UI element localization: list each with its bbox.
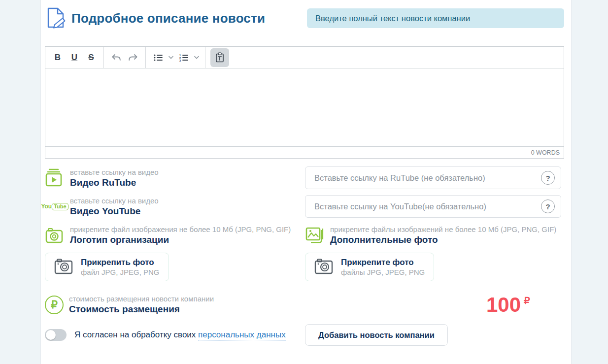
editor-status-bar: 0 WORDS <box>45 146 564 158</box>
attach-logo-sub: файл JPG, JPEG, PNG <box>81 267 160 277</box>
logo-sublabel: прикрепите файл изображения не более 10 … <box>70 225 291 234</box>
undo-icon[interactable] <box>108 49 125 66</box>
youtube-label: You Tube вставьте ссылку на видео Видео … <box>45 196 159 217</box>
youtube-logo-icon: You Tube <box>45 203 65 210</box>
upload-labels-row: прикрепите файл изображения не более 10 … <box>45 225 564 246</box>
toolbar-list-group: 1 2 3 <box>146 47 205 68</box>
toggle-knob <box>46 330 56 340</box>
redo-icon[interactable] <box>125 49 141 66</box>
editor-toolbar: B U S <box>45 47 564 68</box>
attach-photos-sub: файлы JPG, JPEG, PNG <box>341 267 425 277</box>
toolbar-history-group <box>104 47 146 68</box>
word-count: 0 WORDS <box>531 149 560 156</box>
bold-button[interactable]: B <box>49 49 66 66</box>
camera-icon <box>314 259 334 276</box>
editor-content-area[interactable] <box>45 68 564 146</box>
price-amount: 100 <box>486 295 521 315</box>
hint-badge: Введите полный текст новости компании <box>307 8 564 28</box>
news-form-card: Подробное описание новости Введите полны… <box>40 0 572 364</box>
photos-label: прикрепите файлы изображений не более 10… <box>305 225 556 246</box>
chevron-down-icon[interactable] <box>167 49 175 66</box>
logo-title: Логотип организации <box>70 234 291 246</box>
price-label: ₽ стоимость размещения новости компании … <box>45 294 214 315</box>
rutube-link-input[interactable] <box>305 166 561 189</box>
underline-button[interactable]: U <box>66 49 83 66</box>
camera-icon <box>54 259 74 276</box>
price-value: 100 ₽ <box>486 295 530 315</box>
chevron-down-icon[interactable] <box>192 49 201 66</box>
rutube-title: Видео RuTube <box>70 177 159 189</box>
price-currency: ₽ <box>524 296 530 305</box>
help-icon[interactable]: ? <box>541 171 555 185</box>
rutube-row: вставьте ссылку на видео Видео RuTube ? <box>45 166 564 189</box>
numbered-list-icon[interactable]: 1 2 3 <box>175 49 192 66</box>
consent-text: Я согласен на обработку своих персональн… <box>74 330 286 340</box>
help-icon[interactable]: ? <box>541 199 555 213</box>
attach-logo-button[interactable]: Прикрепить фото файл JPG, JPEG, PNG <box>45 253 169 281</box>
youtube-row: You Tube вставьте ссылку на видео Видео … <box>45 195 564 218</box>
attach-logo-title: Прикрепить фото <box>81 257 160 267</box>
ruble-icon: ₽ <box>45 296 64 314</box>
rutube-label: вставьте ссылку на видео Видео RuTube <box>45 167 159 189</box>
toolbar-format-group: B U S <box>45 47 104 68</box>
consent-toggle[interactable] <box>45 329 67 341</box>
youtube-link-input[interactable] <box>305 195 561 218</box>
youtube-title: Видео YouTube <box>70 205 159 217</box>
photos-title: Дополнительные фото <box>330 234 556 246</box>
bullet-list-icon[interactable] <box>150 49 167 66</box>
logo-label: прикрепите файл изображения не более 10 … <box>45 225 291 246</box>
price-row: ₽ стоимость размещения новости компании … <box>45 294 564 315</box>
paste-as-text-icon[interactable] <box>210 48 229 67</box>
personal-data-link[interactable]: персональных данных <box>198 330 286 340</box>
attach-photos-button[interactable]: Прикрепите фото файлы JPG, JPEG, PNG <box>305 253 434 281</box>
rutube-sublabel: вставьте ссылку на видео <box>70 167 159 177</box>
video-play-icon <box>45 168 65 187</box>
attach-photos-title: Прикрепите фото <box>341 257 425 267</box>
toolbar-paste-group <box>205 47 234 68</box>
attach-buttons-row: Прикрепить фото файл JPG, JPEG, PNG <box>45 253 564 281</box>
price-sublabel: стоимость размещения новости компании <box>69 294 214 303</box>
submit-news-button[interactable]: Добавить новость компании <box>305 324 448 346</box>
camera-icon <box>45 227 65 244</box>
header: Подробное описание новости Введите полны… <box>45 7 564 30</box>
photo-stack-icon <box>305 226 325 245</box>
rich-text-editor: B U S <box>45 46 564 159</box>
document-edit-icon <box>45 7 67 30</box>
consent-row: Я согласен на обработку своих персональн… <box>45 324 564 346</box>
price-title: Стоимость размещения <box>69 303 214 315</box>
strikethrough-button[interactable]: S <box>83 49 100 66</box>
page-title: Подробное описание новости <box>71 11 265 26</box>
svg-text:3: 3 <box>179 59 181 62</box>
youtube-sublabel: вставьте ссылку на видео <box>70 196 159 205</box>
photos-sublabel: прикрепите файлы изображений не более 10… <box>330 225 556 234</box>
